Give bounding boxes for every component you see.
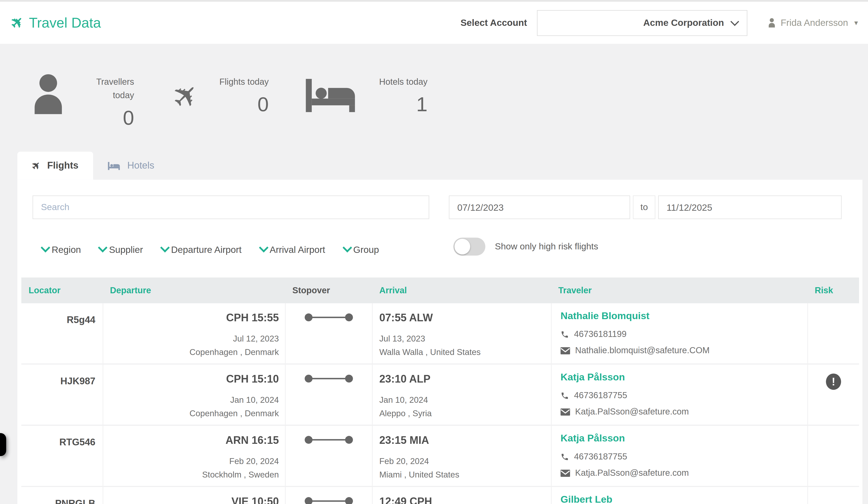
- traveler-cell: Gilbert Leb: [551, 487, 807, 504]
- chevron-down-icon: [41, 243, 50, 252]
- arrival-cell: 07:55 ALW Jul 13, 2023 Walla Walla , Uni…: [372, 303, 551, 363]
- arrival-date: Feb 20, 2024: [379, 454, 551, 468]
- filter-label: Supplier: [109, 244, 143, 255]
- traveler-email-line: Katja.PalSson@safeture.com: [560, 407, 807, 417]
- arrival-time: 23:10 ALP: [379, 373, 551, 385]
- chevron-down-icon: [731, 17, 739, 26]
- arrival-place: Miami , United States: [379, 468, 551, 482]
- plane-logo-icon: ✈: [8, 13, 28, 33]
- top-bar: ✈ Travel Data Select Account Acme Corpor…: [0, 0, 868, 44]
- stats-row: Travellers today 0 ✈ Flights today 0: [0, 44, 868, 128]
- table-row: R5g44 CPH 15:55 Jul 12, 2023 Copenhagen …: [21, 303, 859, 364]
- traveler-name-link[interactable]: Katja Pålsson: [560, 371, 625, 383]
- traveler-phone-line: 46736181199: [560, 329, 807, 339]
- departure-place: Stockholm , Sweden: [103, 468, 279, 482]
- filter-row: Region Supplier Departure Airport: [17, 240, 862, 259]
- chevron-down-icon: [160, 243, 170, 252]
- user-name: Frida Andersson: [781, 17, 848, 28]
- traveler-cell: Katja Pålsson 46736187755 Katja.PalSson@…: [551, 426, 807, 486]
- filter-label: Group: [353, 244, 379, 255]
- traveler-phone: 46736187755: [574, 390, 627, 401]
- traveler-cell: Nathalie Blomquist 46736181199 Nathalie.…: [551, 303, 807, 363]
- filter-dropdown[interactable]: Departure Airport: [162, 244, 241, 255]
- arrival-time: 12:49 CPH: [379, 495, 551, 504]
- filter-label: Arrival Airport: [269, 244, 325, 255]
- envelope-icon: [560, 347, 570, 354]
- departure-cell: VIE 10:50: [103, 487, 285, 504]
- traveler-email-line: Nathalie.blomquist@safeture.COM: [560, 345, 807, 356]
- departure-time: CPH 15:10: [103, 373, 279, 385]
- flights-panel: to Region Supplier: [17, 180, 862, 504]
- flights-table: Locator Departure Stopover Arrival Trave…: [21, 278, 859, 504]
- stat-value: 0: [78, 108, 134, 128]
- traveler-name-link[interactable]: Gilbert Leb: [560, 494, 612, 504]
- filter-dropdowns: Region Supplier Departure Airport: [42, 244, 397, 255]
- column-header[interactable]: Departure: [103, 285, 285, 296]
- chevron-down-icon: [259, 243, 268, 252]
- app-logo[interactable]: ✈ Travel Data: [11, 14, 101, 31]
- traveler-email: Katja.PalSson@safeture.com: [575, 468, 689, 478]
- departure-date: Jul 12, 2023: [103, 332, 279, 346]
- date-to-input[interactable]: [658, 195, 842, 219]
- arrival-time: 23:15 MIA: [379, 434, 551, 447]
- date-range-separator: to: [633, 195, 655, 219]
- arrival-date: Jan 10, 2024: [379, 393, 551, 407]
- high-risk-toggle[interactable]: [453, 238, 485, 256]
- envelope-icon: [560, 408, 570, 416]
- stat-text: Travellers today 0: [78, 73, 134, 128]
- stat-text: Flights today 0: [213, 73, 269, 114]
- envelope-icon: [560, 469, 570, 477]
- app: ✈ Travel Data Select Account Acme Corpor…: [0, 0, 868, 504]
- high-risk-toggle-label: Show only high risk flights: [495, 242, 598, 252]
- column-header[interactable]: Arrival: [372, 285, 551, 296]
- tab[interactable]: Hotels: [93, 152, 169, 180]
- departure-place: Copenhagen , Denmark: [103, 346, 279, 359]
- account-select[interactable]: Acme Corporation: [537, 10, 747, 36]
- toggle-knob: [454, 239, 470, 254]
- departure-cell: CPH 15:10 Jan 10, 2024 Copenhagen , Denm…: [103, 364, 285, 425]
- direct-flight-icon: [304, 497, 353, 504]
- search-input[interactable]: [32, 195, 429, 219]
- table-header: Locator Departure Stopover Arrival Trave…: [21, 278, 859, 303]
- filter-dropdown[interactable]: Arrival Airport: [260, 244, 325, 255]
- side-pull-tab[interactable]: [0, 433, 6, 456]
- user-menu[interactable]: Frida Andersson ▾: [768, 17, 858, 28]
- caret-down-icon: ▾: [854, 19, 858, 27]
- search-row: to: [17, 195, 862, 219]
- stopover-cell: [285, 487, 372, 504]
- departure-time: VIE 10:50: [103, 495, 279, 504]
- top-bar-right: Select Account Acme Corporation Frida An…: [461, 10, 858, 36]
- app-title: Travel Data: [29, 14, 101, 31]
- stat-value: 0: [213, 94, 269, 114]
- departure-date: Jan 10, 2024: [103, 393, 279, 407]
- filter-label: Departure Airport: [171, 244, 241, 255]
- column-header[interactable]: Locator: [21, 285, 103, 296]
- stat-label: Hotels today: [372, 73, 428, 89]
- arrival-cell: 23:10 ALP Jan 10, 2024 Aleppo , Syria: [372, 364, 551, 425]
- stopover-cell: [285, 303, 372, 363]
- plane-icon: ✈: [30, 159, 43, 172]
- traveler-email: Katja.PalSson@safeture.com: [575, 407, 689, 417]
- traveler-email-line: Katja.PalSson@safeture.com: [560, 468, 807, 478]
- locator-cell: R5g44: [21, 303, 103, 363]
- traveler-cell: Katja Pålsson 46736187755 Katja.PalSson@…: [551, 364, 807, 425]
- departure-cell: ARN 16:15 Feb 20, 2024 Stockholm , Swede…: [103, 426, 285, 486]
- column-header[interactable]: Risk: [807, 285, 859, 296]
- traveler-phone-line: 46736187755: [560, 390, 807, 401]
- traveler-name-link[interactable]: Katja Pålsson: [560, 433, 625, 444]
- filter-dropdown[interactable]: Group: [344, 244, 379, 255]
- column-header[interactable]: Traveler: [551, 285, 807, 296]
- filter-dropdown[interactable]: Region: [42, 244, 81, 255]
- direct-flight-icon: [304, 374, 353, 383]
- risk-cell: !: [807, 364, 859, 425]
- select-account-label: Select Account: [461, 17, 527, 28]
- filter-dropdown[interactable]: Supplier: [100, 244, 143, 255]
- column-header[interactable]: Stopover: [285, 285, 372, 296]
- traveler-name-link[interactable]: Nathalie Blomquist: [560, 310, 650, 322]
- stat-card: ✈ Flights today 0: [174, 73, 269, 114]
- phone-icon: [560, 391, 569, 400]
- date-from-input[interactable]: [449, 195, 630, 219]
- direct-flight-icon: [304, 313, 353, 322]
- tab[interactable]: ✈ Flights: [17, 152, 93, 180]
- traveler-phone: 46736181199: [574, 329, 627, 339]
